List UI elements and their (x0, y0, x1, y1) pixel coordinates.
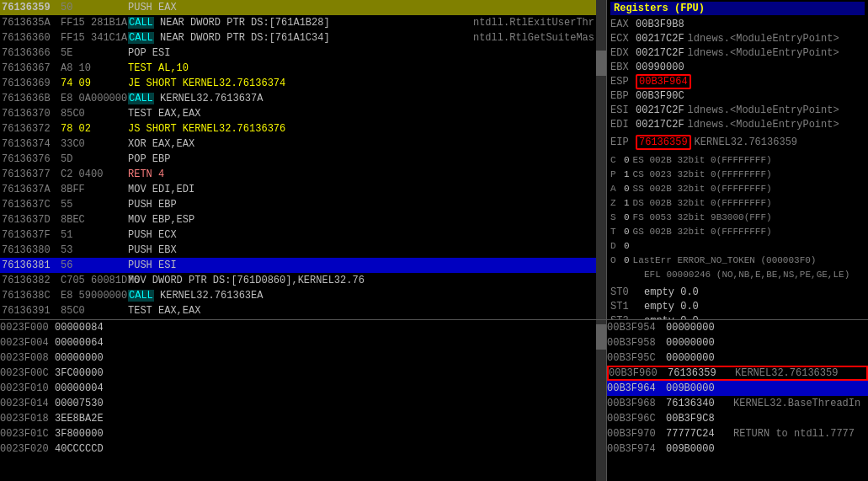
mem2-row[interactable]: 00B3F970 77777C24 RETURN to ntdll.7777 (607, 426, 868, 441)
reg-eax-value[interactable]: 00B3F9B8 (636, 19, 684, 30)
disasm-addr: 76136391 (2, 305, 61, 317)
mem2-row[interactable]: 00B3F95C 00000000 (607, 350, 868, 366)
reg-edi-value[interactable]: 00217C2F (636, 119, 684, 131)
disasm-row[interactable]: 76136374 33C0 XOR EAX,EAX (0, 136, 596, 152)
disasm-row[interactable]: 76136360 FF15 341C1A76 CALL NEAR DWORD P… (0, 30, 596, 45)
disasm-row[interactable]: 76136372 78 02 JS SHORT KERNEL32.7613637… (0, 121, 596, 136)
efl-detail: EFL 00000246 (NO,NB,E,BE,NS,PE,GE,LE) (644, 270, 849, 280)
flag-z-val: 1 (624, 198, 630, 208)
mem2-comment: KERNEL32.76136359 (735, 367, 838, 379)
reg-ebp-value[interactable]: 00B3F90C (636, 90, 684, 102)
disasm-addr: 7613636B (2, 93, 61, 104)
disasm-row[interactable]: 76136391 85C0 TEST EAX,EAX (0, 303, 596, 318)
disasm-bytes: 56 (61, 259, 128, 271)
mem-content: 0023F000 00000084 0023F004 00000064 0023… (0, 320, 596, 481)
disasm-row[interactable]: 76136369 74 09 JE SHORT KERNEL32.7613637… (0, 76, 596, 91)
mem-addr: 0023F004 (0, 337, 55, 349)
disasm-instr: CALL NEAR DWORD PTR DS:[761A1B28] (128, 17, 466, 29)
reg-ecx-value[interactable]: 00217C2F (636, 33, 684, 45)
disasm-addr: 76136376 (2, 153, 61, 165)
disasm-instr: PUSH EBX (128, 244, 594, 256)
disasm-row-selected[interactable]: 76136381 56 PUSH ESI (0, 258, 596, 273)
reg-ebp-row: EBP 00B3F90C (610, 88, 865, 103)
reg-esi-value[interactable]: 00217C2F (636, 104, 684, 116)
disasm-row[interactable]: 76136380 53 PUSH EBX (0, 243, 596, 258)
scroll-thumb[interactable] (596, 51, 606, 76)
mem-addr: 0023F010 (0, 382, 55, 394)
disasm-row[interactable]: 76136366 5E POP ESI (0, 45, 596, 61)
disasm-row[interactable]: 76136376 5D POP EBP (0, 152, 596, 167)
flag-a-row: A 0 SS 002B 32bit 0(FFFFFFFF) (610, 181, 865, 195)
mem-row[interactable]: 0023F004 00000064 (0, 335, 596, 350)
disasm-row-eip[interactable]: 76136359 50 PUSH EAX (0, 0, 596, 15)
disasm-row[interactable]: 7613635A FF15 281B1A76 CALL NEAR DWORD P… (0, 15, 596, 30)
disasm-instr: JS SHORT KERNEL32.76136376 (128, 123, 594, 135)
disasm-instr: PUSH ESI (128, 259, 594, 271)
disasm-row[interactable]: 76136370 85C0 TEST EAX,EAX (0, 106, 596, 121)
main-container: 76136359 50 PUSH EAX 7613635A FF15 281B1… (0, 0, 868, 481)
mem2-addr: 00B3F954 (607, 322, 666, 334)
mem-bytes: 3FC00000 (55, 367, 122, 379)
mem-row[interactable]: 0023F018 3EE8BA2E (0, 411, 596, 426)
disasm-row[interactable]: 7613637F 51 PUSH ECX (0, 227, 596, 243)
disasm-row[interactable]: 7613636B E8 0A000000 CALL KERNEL32.76136… (0, 91, 596, 106)
mem-addr: 0023F008 (0, 352, 55, 364)
mem2-row-selected[interactable]: 00B3F964 009B0000 (607, 381, 868, 396)
mem-row[interactable]: 0023F020 40CCCCCD (0, 441, 596, 457)
registers-title: Registers (FPU) (610, 2, 865, 15)
disasm-row[interactable]: 7613637A 8BFF MOV EDI,EDI (0, 182, 596, 197)
mem-scroll-thumb[interactable] (596, 324, 606, 350)
disasm-row[interactable]: 7613637C 55 PUSH EBP (0, 197, 596, 212)
mem-bytes: 3EE8BA2E (55, 413, 122, 425)
reg-esp-row: ESP 00B3F964 (610, 74, 865, 88)
disasm-addr: 7613637D (2, 214, 61, 226)
reg-edi-name: EDI (610, 119, 636, 131)
disasm-bytes: A8 10 (61, 62, 128, 74)
disasm-row[interactable]: 7613637D 8BEC MOV EBP,ESP (0, 212, 596, 227)
disasm-bytes: E8 59000000 (61, 290, 128, 302)
disasm-row[interactable]: 76136367 A8 10 TEST AL,10 (0, 61, 596, 76)
reg-eip-value[interactable]: 76136359 (636, 135, 691, 150)
disasm-addr: 7613637A (2, 184, 61, 195)
reg-edi-row: EDI 00217C2F ldnews.<ModuleEntryPoint> (610, 117, 865, 131)
mem2-row[interactable]: 00B3F954 00000000 (607, 320, 868, 335)
mem-row[interactable]: 0023F00C 3FC00000 (0, 366, 596, 381)
disasm-row[interactable]: 76136377 C2 0400 RETN 4 (0, 167, 596, 182)
mem2-row-highlighted[interactable]: 00B3F960 76136359 KERNEL32.76136359 (607, 366, 868, 381)
disasm-instr: CALL KERNEL32.7613637A (128, 93, 594, 104)
mem2-row[interactable]: 00B3F96C 00B3F9C8 (607, 411, 868, 426)
disasm-bytes: C2 0400 (61, 168, 128, 180)
mem-row[interactable]: 0023F01C 3F800000 (0, 426, 596, 441)
st2-val: empty 0.0 (644, 315, 699, 320)
mem-row[interactable]: 0023F014 00007530 (0, 396, 596, 411)
mem-addr: 0023F018 (0, 413, 55, 425)
flag-t-row: T 0 GS 002B 32bit 0(FFFFFFFF) (610, 224, 865, 238)
reg-esi-name: ESI (610, 104, 636, 116)
reg-ebx-row: EBX 00990000 (610, 60, 865, 74)
mem-scrollbar[interactable] (596, 320, 606, 481)
mem2-val: 76136359 (668, 367, 735, 379)
flag-d-name: D (610, 241, 624, 251)
flag-s-val: 0 (624, 212, 630, 222)
disasm-row[interactable]: 7613638C E8 59000000 CALL KERNEL32.76136… (0, 288, 596, 303)
flag-p-name: P (610, 169, 624, 179)
disasm-scrollbar[interactable] (596, 0, 606, 319)
disasm-row[interactable]: 76136393 74 08 JE SHORT KERNEL32.7613639… (0, 318, 596, 319)
mem2-row[interactable]: 00B3F968 76136340 KERNEL32.BaseThreadIn (607, 396, 868, 411)
reg-ebx-value[interactable]: 00990000 (636, 61, 684, 73)
disasm-addr: 76136367 (2, 62, 61, 74)
mem2-row[interactable]: 00B3F974 009B0000 (607, 441, 868, 457)
mem-row[interactable]: 0023F008 00000000 (0, 350, 596, 366)
mem2-row[interactable]: 00B3F958 00000000 (607, 335, 868, 350)
reg-esp-value[interactable]: 00B3F964 (636, 74, 691, 89)
mem2-addr: 00B3F96C (607, 413, 666, 425)
disasm-row[interactable]: 76136382 C705 60081D76 MOV DWORD PTR DS:… (0, 273, 596, 288)
mem-row[interactable]: 0023F000 00000084 (0, 320, 596, 335)
flag-t-val: 0 (624, 227, 630, 237)
reg-edx-value[interactable]: 00217C2F (636, 47, 684, 59)
disasm-bytes: 5E (61, 47, 128, 59)
mem-bytes: 00000064 (55, 337, 122, 349)
mem-row[interactable]: 0023F010 00000004 (0, 381, 596, 396)
flag-z-row: Z 1 DS 002B 32bit 0(FFFFFFFF) (610, 195, 865, 210)
mem2-addr: 00B3F970 (607, 428, 666, 440)
